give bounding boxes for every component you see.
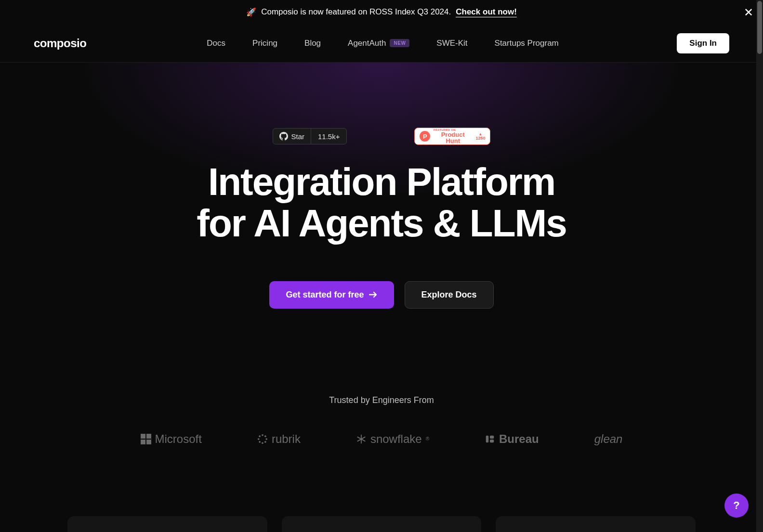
nav-label: Pricing <box>252 39 277 48</box>
feature-card-agnostic: Frameworks & LLM Model Agnostic <box>282 516 482 532</box>
nav-label: SWE-Kit <box>436 39 467 48</box>
svg-point-8 <box>259 435 261 437</box>
svg-point-5 <box>264 435 266 437</box>
sign-in-button[interactable]: Sign In <box>677 33 729 53</box>
company-name: snowflake <box>370 432 422 446</box>
github-star-count: 11.5k+ <box>311 129 346 144</box>
github-star-label: Star <box>291 132 305 141</box>
nav-blog[interactable]: Blog <box>304 39 321 48</box>
get-started-button[interactable]: Get started for free <box>269 281 394 309</box>
svg-point-4 <box>258 438 260 440</box>
product-hunt-badge[interactable]: P FEATURED ON Product Hunt ▲ 1250 <box>414 128 490 145</box>
github-star-badge[interactable]: Star 11.5k+ <box>273 128 347 144</box>
announcement-text: Composio is now featured on ROSS Index Q… <box>261 7 451 17</box>
navbar: composio Docs Pricing Blog AgentAuth NEW… <box>0 24 763 63</box>
scrollbar-thumb[interactable] <box>757 1 762 54</box>
nav-agentauth[interactable]: AgentAuth NEW <box>348 39 409 48</box>
nav-label: Docs <box>207 39 225 48</box>
svg-rect-14 <box>490 440 494 442</box>
nav-docs[interactable]: Docs <box>207 39 225 48</box>
arrow-right-icon <box>369 291 378 298</box>
svg-rect-13 <box>490 435 494 438</box>
feature-card-auth: Managed Auth <box>496 516 696 532</box>
svg-point-1 <box>262 434 263 436</box>
close-announcement-button[interactable]: ✕ <box>744 7 753 18</box>
get-started-label: Get started for free <box>286 290 364 300</box>
new-badge: NEW <box>390 39 409 47</box>
hero-title: Integration Platform for AI Agents & LLM… <box>0 161 763 245</box>
announcement-link[interactable]: Check out now! <box>456 7 517 17</box>
trusted-section: Trusted by Engineers From Microsoft rubr… <box>0 395 763 446</box>
svg-rect-12 <box>486 435 489 442</box>
company-name: Microsoft <box>155 432 202 446</box>
nav-links: Docs Pricing Blog AgentAuth NEW SWE-Kit … <box>207 39 558 48</box>
snowflake-icon <box>356 434 367 444</box>
company-name: Bureau <box>499 432 539 446</box>
scrollbar-track[interactable] <box>756 0 763 532</box>
close-icon: ✕ <box>744 6 753 19</box>
hero-title-line1: Integration Platform <box>208 160 555 203</box>
explore-docs-button[interactable]: Explore Docs <box>405 281 494 309</box>
company-logo-microsoft: Microsoft <box>141 432 202 446</box>
badges-row: Star 11.5k+ P FEATURED ON Product Hunt ▲… <box>0 128 763 145</box>
nav-startups[interactable]: Startups Program <box>495 39 559 48</box>
nav-label: Startups Program <box>495 39 559 48</box>
company-name: rubrik <box>272 432 301 446</box>
help-button[interactable]: ? <box>724 493 749 518</box>
svg-point-2 <box>265 438 267 440</box>
svg-point-7 <box>259 441 261 443</box>
svg-point-3 <box>262 442 263 444</box>
microsoft-icon <box>141 434 151 444</box>
rocket-icon: 🚀 <box>246 7 256 17</box>
product-hunt-name: Product Hunt <box>434 131 472 144</box>
product-hunt-left: P FEATURED ON Product Hunt <box>420 129 472 144</box>
upvote-count: 1250 <box>475 136 485 140</box>
bureau-icon <box>485 434 495 444</box>
github-star-part: Star <box>273 129 312 144</box>
nav-label: Blog <box>304 39 321 48</box>
trademark-symbol: ® <box>426 436 429 441</box>
svg-point-6 <box>264 441 266 443</box>
features-section: Repository of Tools Frameworks & LLM Mod… <box>0 516 763 532</box>
nav-swekit[interactable]: SWE-Kit <box>436 39 467 48</box>
company-logos-row: Microsoft rubrik snowflake ® <box>0 432 763 446</box>
hero-section: Star 11.5k+ P FEATURED ON Product Hunt ▲… <box>0 63 763 532</box>
hero-cta-row: Get started for free Explore Docs <box>0 281 763 309</box>
product-hunt-icon: P <box>420 131 430 142</box>
product-hunt-upvotes: ▲ 1250 <box>475 132 485 140</box>
nav-label: AgentAuth <box>348 39 386 48</box>
company-logo-snowflake: snowflake ® <box>356 432 429 446</box>
hero-title-line2: for AI Agents & LLMs <box>197 202 566 245</box>
trusted-label: Trusted by Engineers From <box>0 395 763 405</box>
company-logo-glean: glean <box>594 432 623 446</box>
company-logo-rubrik: rubrik <box>257 432 301 446</box>
product-hunt-text: FEATURED ON Product Hunt <box>434 129 472 144</box>
brand-logo[interactable]: composio <box>34 37 86 50</box>
feature-card-tools: Repository of Tools <box>67 516 267 532</box>
rubrik-icon <box>257 434 268 444</box>
nav-pricing[interactable]: Pricing <box>252 39 277 48</box>
github-icon <box>279 132 288 141</box>
company-logo-bureau: Bureau <box>485 432 539 446</box>
announcement-bar: 🚀 Composio is now featured on ROSS Index… <box>0 0 763 24</box>
company-name: glean <box>594 432 623 446</box>
